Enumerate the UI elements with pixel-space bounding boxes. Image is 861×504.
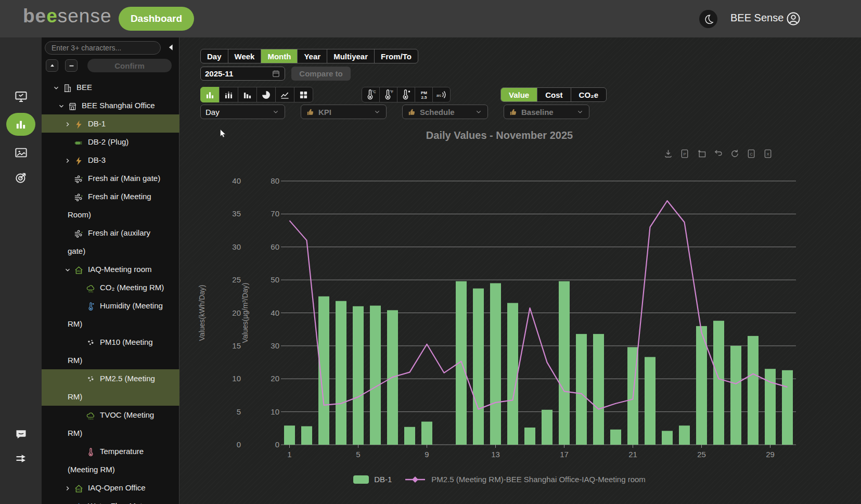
zoom-select-icon[interactable] (696, 148, 707, 159)
tree-item-label: DB-3 (88, 156, 106, 164)
metric-tab-coe[interactable]: CO₂e (571, 88, 607, 101)
chart-type-column-chart[interactable] (238, 87, 257, 102)
bar-day-18[interactable] (576, 334, 587, 445)
tree-item-db-1[interactable]: DB-1 (42, 114, 179, 133)
tree-item-db-2-plug[interactable]: DB-2 (Plug) (42, 133, 179, 151)
dropdown-schedule[interactable]: Schedule (402, 105, 488, 119)
period-tab-day[interactable]: Day (201, 49, 228, 63)
date-picker[interactable]: 2025-11 (200, 67, 285, 81)
bar-day-24[interactable] (679, 425, 690, 445)
rail-item-double-arrow[interactable] (0, 451, 42, 466)
sensor-button-thermometer-fahrenheit[interactable]: °F (379, 87, 397, 102)
bar-day-14[interactable] (507, 303, 518, 445)
csv-export-icon[interactable]: C (746, 148, 757, 159)
refresh-icon[interactable] (729, 148, 740, 159)
chevron-down-icon[interactable] (62, 266, 73, 274)
bar-day-26[interactable] (713, 321, 724, 445)
tree-item-humidity-meeting-rm[interactable]: Humidity (Meeting RM) (42, 296, 179, 333)
bar-day-20[interactable] (610, 430, 621, 445)
bar-day-27[interactable] (730, 346, 741, 445)
rail-item-image[interactable] (0, 146, 42, 160)
chart-type-grid-table[interactable] (294, 87, 313, 102)
chart-type-bar-chart[interactable] (200, 87, 220, 102)
dark-mode-toggle[interactable] (699, 10, 717, 28)
restore-icon[interactable] (713, 148, 724, 159)
chevron-right-icon[interactable] (62, 485, 73, 492)
period-tab-year[interactable]: Year (297, 49, 327, 63)
dropdown-day[interactable]: Day (200, 105, 285, 119)
period-tab-week[interactable]: Week (228, 49, 261, 63)
tree-item-fresh-air-auxilary-gate[interactable]: Fresh air (auxilary gate) (42, 224, 179, 260)
bar-day-12[interactable] (473, 289, 484, 445)
rail-item-chat[interactable] (0, 427, 42, 441)
confirm-button[interactable]: Confirm (87, 59, 172, 72)
sensor-button-thermometer-celsius[interactable]: °C (362, 87, 380, 102)
bar-day-16[interactable] (542, 410, 552, 445)
chart-type-bar-line[interactable] (219, 87, 238, 102)
xlsx-export-icon[interactable]: X (763, 148, 774, 159)
bar-day-1[interactable] (284, 425, 295, 445)
search-input[interactable] (45, 41, 161, 55)
tree-item-water-flow-meter[interactable]: Water Flow Meter (42, 497, 179, 504)
legend-bar-label[interactable]: DB-1 (374, 475, 392, 484)
period-tab-month[interactable]: Month (261, 49, 297, 63)
legend-line-label[interactable]: PM2.5 (Meeting RM)-BEE Shanghai Office-I… (431, 475, 646, 484)
chevron-down-icon[interactable] (56, 102, 67, 110)
tree-item-pm2-5-meeting-rm[interactable]: PM2.5 (Meeting RM) (42, 369, 179, 406)
app-logo[interactable]: beesense (23, 5, 112, 27)
avatar-icon[interactable] (786, 11, 801, 27)
sensor-button-noise-sensor[interactable]: arc (432, 87, 451, 102)
bar-day-19[interactable] (593, 334, 604, 445)
chevron-right-icon[interactable] (62, 157, 73, 164)
bar-day-5[interactable] (353, 306, 364, 445)
dashboard-button[interactable]: Dashboard (119, 7, 194, 31)
tree-item-pm10-meeting-rm[interactable]: PM10 (Meeting RM) (42, 333, 179, 369)
pdf-export-icon[interactable]: P (679, 148, 690, 159)
metric-tab-value[interactable]: Value (501, 88, 537, 101)
bar-day-23[interactable] (662, 431, 673, 445)
rail-item-monitor[interactable] (0, 89, 42, 104)
bar-day-4[interactable] (336, 301, 346, 445)
bar-day-6[interactable] (370, 306, 381, 445)
bar-day-17[interactable] (559, 281, 570, 445)
panel-collapse-button[interactable] (164, 41, 178, 55)
tree-item-bee-shanghai-office[interactable]: BEE Shanghai Office (42, 96, 179, 114)
bar-day-15[interactable] (524, 428, 535, 445)
tree-item-db-3[interactable]: DB-3 (42, 151, 179, 169)
expand-all-button[interactable] (46, 59, 58, 72)
dropdown-kpi[interactable]: KPI (301, 105, 387, 119)
sensor-button-pm25[interactable]: PM2.5 (415, 87, 433, 102)
chart-type-pie-chart[interactable] (256, 87, 276, 102)
sensor-button-humidity-sensor[interactable] (397, 87, 415, 102)
period-tab-multiyear[interactable]: Multiyear (327, 49, 374, 63)
chevron-right-icon[interactable] (62, 121, 73, 128)
compare-to-button[interactable]: Compare to (291, 67, 351, 81)
tree-item-iaq-open-office[interactable]: IAQIAQ-Open Office (42, 479, 179, 497)
tree-item-temperature-meeting-rm[interactable]: Temperature (Meeting RM) (42, 442, 179, 479)
tree-item-fresh-air-main-gate[interactable]: Fresh air (Main gate) (42, 169, 179, 187)
legend-line-marker[interactable] (404, 476, 426, 483)
metric-tab-cost[interactable]: Cost (537, 88, 570, 101)
tree-item-bee[interactable]: BEE (42, 78, 179, 96)
bar-day-8[interactable] (404, 427, 415, 445)
download-icon[interactable] (663, 148, 674, 159)
rail-item-bar-chart[interactable] (0, 113, 42, 136)
rail-item-target[interactable] (0, 171, 42, 185)
tree-item-fresh-air-meeting-room[interactable]: Fresh air (Meeting Room) (42, 187, 179, 224)
bar-day-9[interactable] (421, 422, 432, 445)
collapse-all-button[interactable] (65, 59, 78, 72)
tree-item-iaq-meeting-room[interactable]: IAQIAQ-Meeting room (42, 260, 179, 278)
tree-item-tvoc-meeting-rm[interactable]: TVOCTVOC (Meeting RM) (42, 406, 179, 442)
bar-day-2[interactable] (301, 427, 312, 445)
dropdown-baseline[interactable]: Baseline (504, 105, 589, 119)
pm25-line-series[interactable] (290, 201, 788, 409)
tree-item-co-meeting-rm[interactable]: CO₂CO₂ (Meeting RM) (42, 278, 179, 296)
bar-day-30[interactable] (782, 370, 793, 445)
chevron-down-icon[interactable] (51, 84, 61, 92)
legend-bar-swatch[interactable] (353, 475, 369, 484)
bar-day-28[interactable] (748, 336, 759, 445)
period-tab-from-to[interactable]: From/To (374, 49, 418, 63)
bar-day-22[interactable] (645, 357, 656, 445)
bar-day-13[interactable] (490, 283, 501, 445)
chart-type-line-chart[interactable] (275, 87, 294, 102)
